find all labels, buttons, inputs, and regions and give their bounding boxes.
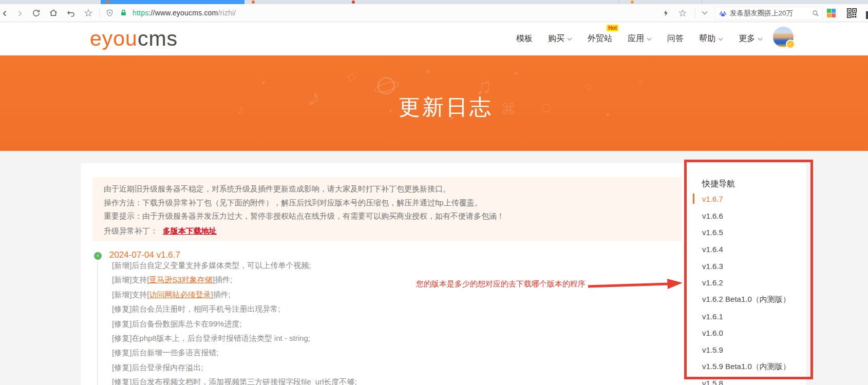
sidebar-title: 快捷导航 xyxy=(702,179,735,189)
changelog-list: [新增]后台自定义变量支持多媒体类型，可以上传单个视频;[新增]支持[亚马逊S3… xyxy=(112,258,357,385)
plugin-link[interactable]: 访问网站必须登录 xyxy=(149,290,211,299)
shield-icon[interactable] xyxy=(103,4,116,22)
qr-code-icon[interactable] xyxy=(844,4,859,22)
notice-patch-line: 升级异常补丁：多版本下载地址 xyxy=(104,224,682,238)
logo-text-eyou: eyou xyxy=(90,27,138,50)
active-indicator xyxy=(693,345,694,355)
nav-item-应用[interactable]: 应用 xyxy=(628,33,652,44)
sidebar-item-label: v1.6.5 xyxy=(702,228,723,237)
search-icon[interactable] xyxy=(812,10,819,17)
nav-label: 更多 xyxy=(739,33,755,44)
changelog-item-text: [新增]后台自定义变量支持多媒体类型，可以上传单个视频; xyxy=(112,261,311,270)
patch-label: 升级异常补丁： xyxy=(104,226,158,235)
chevron-down-icon xyxy=(567,37,572,41)
toolbar-search-box[interactable]: 发条朋友圈搭上20万 xyxy=(715,7,823,20)
changelog-item-text: ]插件; xyxy=(211,290,231,299)
notice-line: 重要提示：由于升级服务器并发压力过大，暂停非授权站点在线升级，有需要可以购买商业… xyxy=(104,209,682,223)
search-hot-text: 发条朋友圈搭上20万 xyxy=(730,9,793,18)
sidebar-item-v1.5.8[interactable]: v1.5.8 xyxy=(693,375,790,385)
sidebar-item-v1.5.9[interactable]: v1.5.9 xyxy=(693,341,790,358)
url-path: /rizhi/ xyxy=(218,9,236,17)
active-indicator xyxy=(693,378,694,385)
sidebar-item-label: v1.6.2 xyxy=(702,278,723,287)
nav-item-帮助[interactable]: 帮助 xyxy=(699,33,723,44)
nav-item-问答[interactable]: 问答 xyxy=(667,33,684,44)
sidebar-item-v1.6.4[interactable]: v1.6.4 xyxy=(693,241,790,258)
hero-banner: ♪ ◇ ■ ♫ ■ ⌘ ○ ■ ■ ◇ ■ ♪ ○ ■ 更新日志 xyxy=(0,55,868,151)
hero-decoration-icon: ⌘ xyxy=(501,102,516,117)
baidu-icon xyxy=(719,10,727,17)
back-icon[interactable]: ‹ xyxy=(0,4,11,22)
hero-decoration-icon: ◇ xyxy=(586,82,593,91)
nav-label: 模板 xyxy=(516,33,533,44)
nav-label: 外贸站 xyxy=(588,33,612,44)
nav-label: 帮助 xyxy=(699,33,715,44)
sidebar-item-v1.6.6[interactable]: v1.6.6 xyxy=(693,207,790,224)
undo-icon[interactable] xyxy=(64,4,78,22)
sidebar-item-v1.6.7[interactable]: v1.6.7 xyxy=(693,190,790,207)
sidebar-item-v1.6.2[interactable]: v1.6.2 xyxy=(693,274,790,291)
sidebar-item-v1.6.0[interactable]: v1.6.0 xyxy=(693,325,790,342)
lightning-icon[interactable] xyxy=(659,4,672,22)
timeline-line xyxy=(97,262,98,385)
hero-planet-icon xyxy=(378,77,395,94)
sidebar-item-v1.6.2 Beta1.0（内测版）[interactable]: v1.6.2 Beta1.0（内测版） xyxy=(693,291,790,308)
vip-badge-icon: ✓ xyxy=(786,40,795,49)
browser-toolbar: ‹ › ☆ https://www.eyoucms.com/rizhi/ ☆ xyxy=(0,4,868,22)
nav-item-购买[interactable]: 购买 xyxy=(548,33,572,44)
nav-item-模板[interactable]: 模板 xyxy=(516,33,533,44)
menu-icon[interactable] xyxy=(866,11,868,19)
changelog-item-text: [新增]支持[ xyxy=(112,290,149,299)
home-icon[interactable] xyxy=(46,4,61,22)
hero-decoration-icon: ♪ xyxy=(237,103,244,116)
sidebar-item-label: v1.6.1 xyxy=(702,312,723,321)
notice-line: 操作方法：下载升级异常补丁包（见下面的附件），解压后找到对应版本号的压缩包，解压… xyxy=(104,196,682,210)
changelog-item-text: [修复]后台备份数据库总卡在99%进度; xyxy=(112,319,242,328)
sidebar-item-v1.6.3[interactable]: v1.6.3 xyxy=(693,258,790,275)
active-indicator xyxy=(693,194,694,204)
sidebar-item-v1.6.1[interactable]: v1.6.1 xyxy=(693,308,790,325)
sidebar-item-label: v1.5.9 Beta1.0（内测版） xyxy=(702,362,790,372)
logo-text-cms: cms xyxy=(138,27,178,50)
sidebar-item-v1.6.5[interactable]: v1.6.5 xyxy=(693,224,790,241)
hero-decoration-icon: ■ xyxy=(606,112,609,117)
active-indicator xyxy=(693,294,694,304)
changelog-item: [修复]后台新增一些多语言报错; xyxy=(112,345,357,360)
plugin-link[interactable]: 亚马逊S3对象存储 xyxy=(149,275,213,284)
app-grid-icon[interactable] xyxy=(827,9,836,17)
active-indicator xyxy=(693,361,694,372)
sidebar-item-label: v1.6.6 xyxy=(702,211,723,220)
chevron-down-icon xyxy=(647,37,652,41)
patch-download-link[interactable]: 多版本下载地址 xyxy=(163,226,217,235)
bookmark-star-icon[interactable]: ☆ xyxy=(81,4,96,22)
chevron-down-icon[interactable] xyxy=(697,4,712,22)
sidebar-item-label: v1.5.8 xyxy=(702,379,723,385)
changelog-item: [修复]在php8版本上，后台登录时报错语法类型 int - string; xyxy=(112,331,357,345)
changelog-item: [新增]后台自定义变量支持多媒体类型，可以上传单个视频; xyxy=(112,258,357,273)
changelog-item-text: [修复]后台登录报内存溢出; xyxy=(112,363,203,372)
changelog-marker-icon: ‹ xyxy=(94,252,102,260)
site-logo[interactable]: eyoucms xyxy=(90,27,178,51)
annotation-arrow-icon xyxy=(586,275,684,293)
url-host: ://www.eyoucms.com xyxy=(148,9,218,17)
chevron-down-icon xyxy=(718,37,723,41)
sidebar-item-v1.5.9 Beta1.0（内测版）[interactable]: v1.5.9 Beta1.0（内测版） xyxy=(693,358,790,375)
reload-icon[interactable] xyxy=(29,4,43,22)
active-indicator xyxy=(693,261,694,271)
tab-divider xyxy=(618,0,619,4)
sidebar-item-label: v1.6.4 xyxy=(702,245,723,254)
chevron-down-icon xyxy=(758,37,763,41)
address-bar[interactable]: https://www.eyoucms.com/rizhi/ xyxy=(133,4,236,22)
active-tab[interactable] xyxy=(101,0,244,4)
forward-icon[interactable]: › xyxy=(13,4,27,22)
notice-line: 由于近期旧升级服务器不稳定，对系统升级及插件更新造成影响，请大家及时打下补丁包更… xyxy=(104,182,682,196)
sidebar-item-label: v1.6.3 xyxy=(702,262,723,271)
active-indicator xyxy=(693,244,694,254)
notice-box: 由于近期旧升级服务器不稳定，对系统升级及插件更新造成影响，请大家及时打下补丁包更… xyxy=(92,177,682,241)
avatar[interactable]: ✓ xyxy=(773,27,794,47)
active-indicator xyxy=(693,311,694,321)
nav-item-更多[interactable]: 更多 xyxy=(739,33,763,44)
nav-label: 购买 xyxy=(548,33,564,44)
favorite-star-icon[interactable]: ☆ xyxy=(675,4,690,22)
nav-item-外贸站[interactable]: Hot外贸站 xyxy=(588,33,612,44)
